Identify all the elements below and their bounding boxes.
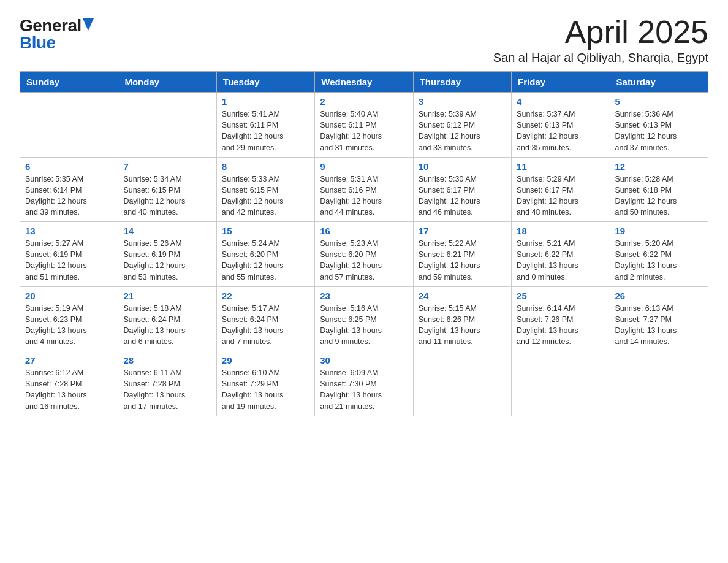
calendar-cell: 18Sunrise: 5:21 AMSunset: 6:22 PMDayligh… bbox=[512, 222, 610, 287]
calendar-header-row: SundayMondayTuesdayWednesdayThursdayFrid… bbox=[20, 72, 708, 93]
calendar-week-row: 20Sunrise: 5:19 AMSunset: 6:23 PMDayligh… bbox=[20, 286, 708, 351]
day-number: 1 bbox=[222, 96, 309, 107]
calendar-cell: 23Sunrise: 5:16 AMSunset: 6:25 PMDayligh… bbox=[315, 286, 413, 351]
logo-blue-text: Blue bbox=[20, 34, 56, 52]
day-number: 24 bbox=[419, 291, 506, 301]
svg-marker-0 bbox=[83, 18, 94, 31]
day-info: Sunrise: 6:14 AMSunset: 7:26 PMDaylight:… bbox=[517, 303, 604, 348]
calendar-cell: 3Sunrise: 5:39 AMSunset: 6:12 PMDaylight… bbox=[413, 93, 511, 158]
day-info: Sunrise: 5:36 AMSunset: 6:13 PMDaylight:… bbox=[615, 109, 703, 153]
day-number: 27 bbox=[25, 355, 113, 366]
calendar-cell: 14Sunrise: 5:26 AMSunset: 6:19 PMDayligh… bbox=[118, 222, 216, 287]
day-number: 28 bbox=[123, 355, 211, 366]
day-number: 14 bbox=[123, 226, 211, 236]
calendar-week-row: 1Sunrise: 5:41 AMSunset: 6:11 PMDaylight… bbox=[20, 93, 708, 158]
day-number: 5 bbox=[615, 96, 703, 107]
day-number: 8 bbox=[222, 161, 309, 172]
calendar-cell: 15Sunrise: 5:24 AMSunset: 6:20 PMDayligh… bbox=[216, 222, 314, 287]
calendar-cell: 11Sunrise: 5:29 AMSunset: 6:17 PMDayligh… bbox=[512, 157, 610, 222]
day-info: Sunrise: 6:11 AMSunset: 7:28 PMDaylight:… bbox=[123, 367, 211, 412]
day-number: 4 bbox=[517, 96, 604, 107]
weekday-header-thursday: Thursday bbox=[413, 72, 511, 93]
day-info: Sunrise: 6:13 AMSunset: 7:27 PMDaylight:… bbox=[615, 303, 703, 348]
day-number: 18 bbox=[517, 226, 604, 236]
calendar-week-row: 27Sunrise: 6:12 AMSunset: 7:28 PMDayligh… bbox=[20, 351, 708, 416]
calendar-cell bbox=[512, 351, 610, 416]
weekday-header-wednesday: Wednesday bbox=[315, 72, 413, 93]
calendar-week-row: 6Sunrise: 5:35 AMSunset: 6:14 PMDaylight… bbox=[20, 157, 708, 222]
calendar-cell: 30Sunrise: 6:09 AMSunset: 7:30 PMDayligh… bbox=[315, 351, 413, 416]
calendar-cell: 10Sunrise: 5:30 AMSunset: 6:17 PMDayligh… bbox=[413, 157, 511, 222]
calendar-cell: 22Sunrise: 5:17 AMSunset: 6:24 PMDayligh… bbox=[216, 286, 314, 351]
day-info: Sunrise: 5:26 AMSunset: 6:19 PMDaylight:… bbox=[123, 238, 211, 283]
day-info: Sunrise: 6:10 AMSunset: 7:29 PMDaylight:… bbox=[222, 367, 309, 412]
title-area: April 2025 San al Hajar al Qibliyah, Sha… bbox=[493, 15, 708, 65]
day-number: 30 bbox=[320, 355, 408, 366]
page-header: General Blue April 2025 San al Hajar al … bbox=[20, 15, 708, 65]
day-number: 22 bbox=[222, 291, 309, 301]
calendar-cell bbox=[413, 351, 511, 416]
calendar-cell bbox=[118, 93, 216, 158]
day-number: 29 bbox=[222, 355, 309, 366]
day-info: Sunrise: 5:18 AMSunset: 6:24 PMDaylight:… bbox=[123, 303, 211, 348]
calendar-cell bbox=[20, 93, 118, 158]
day-info: Sunrise: 5:34 AMSunset: 6:15 PMDaylight:… bbox=[123, 174, 211, 218]
day-info: Sunrise: 6:12 AMSunset: 7:28 PMDaylight:… bbox=[25, 367, 113, 412]
calendar-week-row: 13Sunrise: 5:27 AMSunset: 6:19 PMDayligh… bbox=[20, 222, 708, 287]
day-number: 12 bbox=[615, 161, 703, 172]
weekday-header-sunday: Sunday bbox=[20, 72, 118, 93]
day-number: 23 bbox=[320, 291, 408, 301]
day-info: Sunrise: 5:17 AMSunset: 6:24 PMDaylight:… bbox=[222, 303, 309, 348]
calendar-cell: 5Sunrise: 5:36 AMSunset: 6:13 PMDaylight… bbox=[610, 93, 708, 158]
logo-arrow-icon bbox=[83, 18, 94, 31]
day-number: 16 bbox=[320, 226, 408, 236]
day-info: Sunrise: 5:19 AMSunset: 6:23 PMDaylight:… bbox=[25, 303, 113, 348]
calendar-cell: 21Sunrise: 5:18 AMSunset: 6:24 PMDayligh… bbox=[118, 286, 216, 351]
weekday-header-monday: Monday bbox=[118, 72, 216, 93]
day-info: Sunrise: 5:23 AMSunset: 6:20 PMDaylight:… bbox=[320, 238, 408, 283]
calendar-cell: 9Sunrise: 5:31 AMSunset: 6:16 PMDaylight… bbox=[315, 157, 413, 222]
day-info: Sunrise: 5:22 AMSunset: 6:21 PMDaylight:… bbox=[419, 238, 506, 283]
day-number: 25 bbox=[517, 291, 604, 301]
calendar-table: SundayMondayTuesdayWednesdayThursdayFrid… bbox=[20, 71, 708, 416]
day-number: 13 bbox=[25, 226, 113, 236]
day-number: 21 bbox=[123, 291, 211, 301]
day-info: Sunrise: 5:29 AMSunset: 6:17 PMDaylight:… bbox=[517, 174, 604, 218]
calendar-cell: 8Sunrise: 5:33 AMSunset: 6:15 PMDaylight… bbox=[216, 157, 314, 222]
day-info: Sunrise: 5:31 AMSunset: 6:16 PMDaylight:… bbox=[320, 174, 408, 218]
weekday-header-saturday: Saturday bbox=[610, 72, 708, 93]
calendar-cell bbox=[610, 351, 708, 416]
calendar-cell: 7Sunrise: 5:34 AMSunset: 6:15 PMDaylight… bbox=[118, 157, 216, 222]
day-info: Sunrise: 5:20 AMSunset: 6:22 PMDaylight:… bbox=[615, 238, 703, 283]
day-info: Sunrise: 5:40 AMSunset: 6:11 PMDaylight:… bbox=[320, 109, 408, 153]
day-info: Sunrise: 5:33 AMSunset: 6:15 PMDaylight:… bbox=[222, 174, 309, 218]
day-number: 20 bbox=[25, 291, 113, 301]
day-number: 17 bbox=[419, 226, 506, 236]
day-number: 2 bbox=[320, 96, 408, 107]
day-info: Sunrise: 5:30 AMSunset: 6:17 PMDaylight:… bbox=[419, 174, 506, 218]
calendar-cell: 1Sunrise: 5:41 AMSunset: 6:11 PMDaylight… bbox=[216, 93, 314, 158]
day-info: Sunrise: 6:09 AMSunset: 7:30 PMDaylight:… bbox=[320, 367, 408, 412]
day-info: Sunrise: 5:16 AMSunset: 6:25 PMDaylight:… bbox=[320, 303, 408, 348]
day-number: 7 bbox=[123, 161, 211, 172]
day-number: 15 bbox=[222, 226, 309, 236]
day-number: 3 bbox=[419, 96, 506, 107]
day-info: Sunrise: 5:21 AMSunset: 6:22 PMDaylight:… bbox=[517, 238, 604, 283]
calendar-cell: 17Sunrise: 5:22 AMSunset: 6:21 PMDayligh… bbox=[413, 222, 511, 287]
day-number: 19 bbox=[615, 226, 703, 236]
day-number: 11 bbox=[517, 161, 604, 172]
day-info: Sunrise: 5:37 AMSunset: 6:13 PMDaylight:… bbox=[517, 109, 604, 153]
calendar-cell: 2Sunrise: 5:40 AMSunset: 6:11 PMDaylight… bbox=[315, 93, 413, 158]
day-number: 6 bbox=[25, 161, 113, 172]
day-info: Sunrise: 5:41 AMSunset: 6:11 PMDaylight:… bbox=[222, 109, 309, 153]
day-number: 10 bbox=[419, 161, 506, 172]
logo-general-text: General bbox=[20, 17, 82, 34]
day-number: 9 bbox=[320, 161, 408, 172]
day-info: Sunrise: 5:15 AMSunset: 6:26 PMDaylight:… bbox=[419, 303, 506, 348]
day-info: Sunrise: 5:24 AMSunset: 6:20 PMDaylight:… bbox=[222, 238, 309, 283]
calendar-cell: 28Sunrise: 6:11 AMSunset: 7:28 PMDayligh… bbox=[118, 351, 216, 416]
calendar-cell: 12Sunrise: 5:28 AMSunset: 6:18 PMDayligh… bbox=[610, 157, 708, 222]
weekday-header-friday: Friday bbox=[512, 72, 610, 93]
day-info: Sunrise: 5:28 AMSunset: 6:18 PMDaylight:… bbox=[615, 174, 703, 218]
day-info: Sunrise: 5:39 AMSunset: 6:12 PMDaylight:… bbox=[419, 109, 506, 153]
